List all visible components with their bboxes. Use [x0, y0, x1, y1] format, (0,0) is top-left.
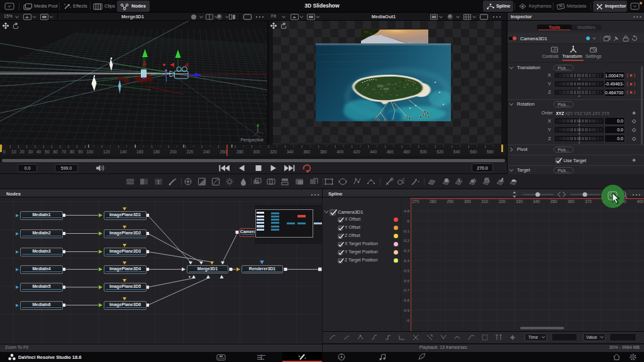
svg-text:120: 120: [103, 150, 110, 154]
svg-text:290: 290: [447, 199, 453, 204]
svg-text:520: 520: [436, 150, 443, 154]
svg-text:270: 270: [413, 199, 419, 204]
svg-text:350: 350: [550, 199, 557, 204]
svg-text:540: 540: [453, 150, 460, 154]
svg-text:560: 560: [470, 150, 477, 154]
svg-text:380: 380: [320, 150, 327, 154]
svg-text:140: 140: [120, 150, 127, 154]
svg-text:50: 50: [45, 150, 50, 154]
svg-text:420: 420: [353, 150, 360, 154]
svg-text:-5.9: -5.9: [402, 308, 409, 312]
svg-text:160: 160: [136, 150, 143, 154]
svg-text:320: 320: [270, 150, 277, 154]
svg-text:90: 90: [78, 150, 83, 154]
svg-text:0: 0: [3, 150, 6, 154]
svg-text:460: 460: [387, 150, 394, 154]
svg-text:280: 280: [430, 199, 436, 204]
svg-text:100: 100: [87, 150, 94, 154]
svg-text:300: 300: [253, 150, 260, 154]
svg-text:-5.7: -5.7: [402, 288, 409, 292]
svg-text:Perspective: Perspective: [240, 138, 264, 143]
svg-text:320: 320: [499, 199, 506, 204]
svg-text:30: 30: [28, 150, 33, 154]
svg-text:400: 400: [636, 199, 643, 204]
svg-text:360: 360: [303, 150, 310, 154]
svg-text:200: 200: [170, 150, 177, 154]
svg-text:10: 10: [11, 150, 16, 154]
svg-text:240: 240: [203, 150, 210, 154]
svg-text:580: 580: [487, 150, 494, 154]
svg-text:70: 70: [62, 150, 67, 154]
svg-text:260: 260: [220, 150, 227, 154]
svg-text:-6: -6: [406, 318, 409, 322]
svg-text:310: 310: [481, 199, 488, 204]
svg-text:-5.1: -5.1: [402, 229, 409, 233]
svg-text:500: 500: [420, 150, 427, 154]
svg-text:60: 60: [53, 150, 58, 154]
svg-text:40: 40: [36, 150, 42, 154]
svg-text:400: 400: [336, 150, 343, 154]
svg-text:-5: -5: [406, 219, 409, 223]
svg-text:330: 330: [516, 199, 523, 204]
svg-text:T: T: [157, 179, 160, 185]
svg-text:440: 440: [370, 150, 377, 154]
svg-text:360: 360: [568, 199, 575, 204]
svg-text:480: 480: [403, 150, 410, 154]
svg-text:20: 20: [20, 150, 25, 154]
svg-text:340: 340: [533, 199, 540, 204]
svg-text:180: 180: [153, 150, 160, 154]
svg-text:-5.2: -5.2: [402, 238, 409, 243]
svg-text:-5.4: -5.4: [402, 258, 409, 263]
svg-text:300: 300: [464, 199, 471, 204]
svg-text:340: 340: [287, 150, 294, 154]
svg-text:-4.8: -4.8: [402, 209, 409, 213]
svg-text:-5.3: -5.3: [402, 248, 409, 253]
svg-text:-5.5: -5.5: [402, 268, 409, 273]
svg-text:370: 370: [585, 199, 592, 204]
svg-text:T: T: [457, 177, 461, 184]
svg-text:80: 80: [70, 150, 75, 154]
svg-text:280: 280: [236, 150, 243, 154]
svg-text:220: 220: [187, 150, 194, 154]
svg-text:-5.8: -5.8: [402, 298, 409, 302]
svg-text:-5.6: -5.6: [402, 278, 409, 283]
